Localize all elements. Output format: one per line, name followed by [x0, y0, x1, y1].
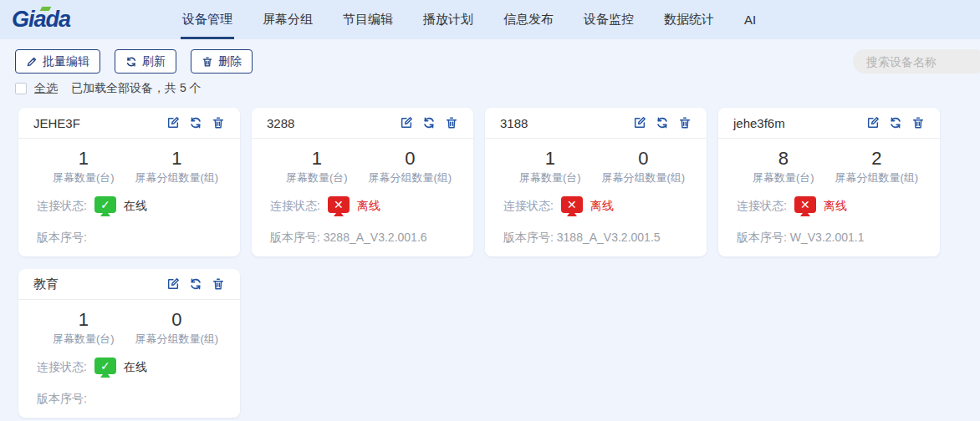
- version-label: 版本序号:: [503, 231, 554, 244]
- tab-device-management[interactable]: 设备管理: [182, 0, 232, 39]
- screen-count-value: 1: [37, 149, 130, 169]
- device-name: 教育: [33, 276, 59, 292]
- refresh-icon[interactable]: [656, 116, 669, 129]
- card-actions: [866, 116, 925, 129]
- card-header: 教育: [18, 269, 240, 300]
- device-card: 3288 1 屏幕数量(台) 0 屏幕分组数量(组) 连接状态:: [252, 108, 473, 256]
- version-row: 版本序号:: [37, 392, 223, 407]
- stats-row: 8 屏幕数量(台) 2 屏幕分组数量(组): [737, 149, 923, 185]
- screen-count-value: 8: [737, 149, 830, 169]
- tab-screen-groups[interactable]: 屏幕分组: [263, 0, 313, 39]
- refresh-icon[interactable]: [189, 116, 202, 129]
- edit-icon[interactable]: [633, 116, 646, 129]
- screen-count-label: 屏幕数量(台): [37, 170, 130, 185]
- card-actions: [633, 116, 692, 129]
- group-count-label: 屏幕分组数量(组): [830, 170, 924, 185]
- delete-icon[interactable]: [445, 116, 458, 129]
- status-text: 在线: [124, 360, 147, 375]
- group-count-label: 屏幕分组数量(组): [364, 170, 457, 185]
- version-row: 版本序号: W_V3.2.001.1: [737, 231, 923, 246]
- edit-icon[interactable]: [400, 116, 413, 129]
- card-body: 8 屏幕数量(台) 2 屏幕分组数量(组) 连接状态: 离线 版本序号: W_V…: [718, 139, 940, 246]
- search-input[interactable]: [853, 49, 980, 74]
- select-all-label[interactable]: 全选: [34, 81, 58, 96]
- selection-bar: 全选 已加载全部设备，共 5 个: [0, 81, 980, 95]
- delete-button[interactable]: 删除: [191, 49, 253, 74]
- stats-row: 1 屏幕数量(台) 0 屏幕分组数量(组): [270, 149, 457, 185]
- edit-icon[interactable]: [866, 116, 880, 129]
- device-card: 3188 1 屏幕数量(台) 0 屏幕分组数量(组) 连接状态:: [485, 108, 707, 256]
- group-count-stat: 0 屏幕分组数量(组): [364, 149, 457, 185]
- group-count-value: 2: [830, 149, 924, 169]
- version-value: 3288_A_V3.2.001.6: [324, 231, 427, 244]
- card-body: 1 屏幕数量(台) 0 屏幕分组数量(组) 连接状态: 离线 版本序号: 328…: [252, 139, 473, 246]
- tab-ai[interactable]: AI: [744, 0, 756, 39]
- device-card: JEHE3F 1 屏幕数量(台) 1 屏幕分组数量(组) 连接状态:: [18, 108, 240, 256]
- version-row: 版本序号: 3188_A_V3.2.001.5: [503, 231, 690, 246]
- trash-icon: [202, 56, 213, 68]
- tab-device-monitoring[interactable]: 设备监控: [584, 0, 634, 39]
- refresh-icon[interactable]: [422, 116, 436, 129]
- edit-icon[interactable]: [166, 116, 180, 129]
- refresh-icon: [125, 56, 137, 68]
- screen-count-stat: 1 屏幕数量(台): [503, 149, 597, 185]
- connection-status-row: 连接状态: 离线: [737, 196, 923, 216]
- status-label: 连接状态:: [37, 360, 87, 375]
- screen-count-stat: 8 屏幕数量(台): [737, 149, 830, 185]
- refresh-icon[interactable]: [889, 116, 902, 129]
- group-count-value: 0: [364, 149, 457, 169]
- version-label: 版本序号:: [737, 231, 787, 244]
- version-value: W_V3.2.001.1: [790, 231, 865, 244]
- batch-edit-button[interactable]: 批量编辑: [15, 49, 100, 74]
- offline-monitor-cross-icon: [561, 196, 583, 213]
- delete-icon[interactable]: [678, 116, 692, 129]
- refresh-button[interactable]: 刷新: [115, 49, 176, 74]
- group-count-stat: 1 屏幕分组数量(组): [130, 149, 224, 185]
- status-label: 连接状态:: [270, 199, 320, 214]
- status-label: 连接状态:: [37, 199, 87, 214]
- card-header: 3288: [252, 108, 473, 139]
- refresh-icon[interactable]: [189, 277, 202, 291]
- device-card: 教育 1 屏幕数量(台) 0 屏幕分组数量(组) 连接状态:: [18, 269, 240, 418]
- status-text: 离线: [590, 199, 614, 214]
- card-header: jehe3f6m: [718, 108, 940, 139]
- group-count-stat: 2 屏幕分组数量(组): [830, 149, 924, 185]
- delete-icon[interactable]: [212, 277, 225, 291]
- group-count-value: 1: [130, 149, 224, 169]
- delete-icon[interactable]: [911, 116, 925, 129]
- tab-program-editing[interactable]: 节目编辑: [343, 0, 393, 39]
- status-text: 离线: [357, 199, 380, 214]
- device-name: JEHE3F: [33, 116, 80, 130]
- tab-data-statistics[interactable]: 数据统计: [664, 0, 714, 39]
- edit-icon[interactable]: [166, 277, 180, 291]
- version-label: 版本序号:: [270, 231, 320, 244]
- card-actions: [400, 116, 458, 129]
- batch-edit-label: 批量编辑: [43, 54, 89, 69]
- screen-count-stat: 1 屏幕数量(台): [270, 149, 364, 185]
- group-count-label: 屏幕分组数量(组): [597, 170, 691, 185]
- card-header: JEHE3F: [18, 108, 240, 139]
- pencil-icon: [26, 56, 38, 68]
- device-name: 3188: [500, 116, 528, 130]
- group-count-value: 0: [597, 149, 691, 169]
- online-monitor-check-icon: [94, 196, 116, 213]
- delete-icon[interactable]: [212, 116, 225, 129]
- top-navbar: Giada 设备管理 屏幕分组 节目编辑 播放计划 信息发布 设备监控 数据统计…: [0, 0, 980, 39]
- status-text: 在线: [124, 199, 147, 214]
- tab-info-publishing[interactable]: 信息发布: [503, 0, 554, 39]
- screen-count-label: 屏幕数量(台): [270, 170, 364, 185]
- group-count-stat: 0 屏幕分组数量(组): [597, 149, 691, 185]
- connection-status-row: 连接状态: 离线: [270, 196, 457, 216]
- device-name: jehe3f6m: [733, 116, 785, 130]
- online-monitor-check-icon: [94, 358, 116, 374]
- connection-status-row: 连接状态: 在线: [37, 358, 223, 378]
- device-name: 3288: [267, 116, 294, 130]
- card-body: 1 屏幕数量(台) 0 屏幕分组数量(组) 连接状态: 离线 版本序号: 318…: [485, 139, 707, 246]
- card-actions: [166, 116, 225, 129]
- group-count-label: 屏幕分组数量(组): [130, 332, 224, 347]
- tab-playback-schedule[interactable]: 播放计划: [423, 0, 473, 39]
- device-card-grid: JEHE3F 1 屏幕数量(台) 1 屏幕分组数量(组) 连接状态:: [0, 108, 980, 418]
- stats-row: 1 屏幕数量(台) 0 屏幕分组数量(组): [503, 149, 690, 185]
- stats-row: 1 屏幕数量(台) 1 屏幕分组数量(组): [37, 149, 223, 185]
- select-all-checkbox[interactable]: [15, 83, 27, 94]
